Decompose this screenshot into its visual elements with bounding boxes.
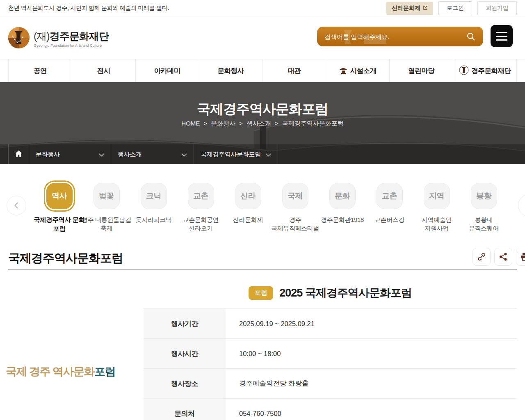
nav-item-rental[interactable]: 대관 <box>262 59 326 82</box>
table-row: 문의처 054-760-7500 <box>144 399 517 420</box>
nav-item-performance[interactable]: 공연 <box>8 59 72 82</box>
carousel-badge: 문화 <box>329 183 356 209</box>
info-label: 문의처 <box>144 399 226 420</box>
nav-item-facilities[interactable]: 시설소개 <box>326 59 389 82</box>
top-utility-bar: 천년 역사문화도시 경주, 시민과 함께 문화와 예술의 미래를 열다. 신라문… <box>0 0 525 16</box>
carousel-label: 지역예술인 지원사업 <box>410 215 463 233</box>
login-button[interactable]: 로그인 <box>438 1 472 15</box>
logo-subtitle: Gyeongju Foundation for Arts and Culture <box>34 43 109 48</box>
carousel-item-music-festival[interactable]: 국제 경주 국제뮤직페스티벌 <box>272 183 319 233</box>
signup-button[interactable]: 회원가입 <box>477 1 517 15</box>
event-heading: 포럼 2025 국제경주역사문화포럼 <box>144 285 517 300</box>
breadcrumb-separator: > <box>275 120 278 128</box>
category-badge: 포럼 <box>249 286 273 300</box>
carousel-badge: 크닉 <box>141 183 167 209</box>
breadcrumb: HOME > 문화행사 > 행사소개 > 국제경주역사문화포럼 <box>0 120 525 128</box>
breadcrumb-separator: > <box>203 120 207 128</box>
carousel-item-history-forum[interactable]: 역사 국제경주역사 문화 포럼 <box>36 183 83 233</box>
carousel-badge: 벚꽃 <box>94 183 120 209</box>
share-button[interactable] <box>494 248 512 266</box>
shilla-festival-label: 신라문화제 <box>392 5 420 12</box>
breadcrumb-home[interactable]: HOME <box>181 120 200 128</box>
table-row: 행사장소 경주예술의전당 화랑홀 <box>144 369 517 399</box>
site-slogan: 천년 역사문화도시 경주, 시민과 함께 문화와 예술의 미래를 열다. <box>8 5 386 12</box>
pavilion-icon <box>339 66 347 75</box>
carousel-badge: 교촌 <box>377 183 403 209</box>
breadcrumb-level2[interactable]: 행사소개 <box>247 120 271 128</box>
info-label: 행사기간 <box>144 309 226 338</box>
home-button[interactable] <box>8 144 29 164</box>
carousel-item-gyochon-busking[interactable]: 교촌 교촌버스킹 <box>366 183 413 233</box>
chevron-down-icon <box>99 151 104 158</box>
info-value: 10:00 ~ 18:00 <box>226 339 517 368</box>
hero-banner: 국제경주역사문화포럼 HOME > 문화행사 > 행사소개 > 국제경주역사문화… <box>0 82 525 164</box>
carousel-label: 돗자리피크닉 <box>127 215 180 224</box>
hero-title: 국제경주역사문화포럼 <box>0 100 525 119</box>
carousel-item-culture-hall-1918[interactable]: 문화 경주문화관1918 <box>319 183 366 233</box>
carousel-label: 교촌문화공연 신라오기 <box>174 215 228 233</box>
table-row: 행사기간 2025.09.19 ~ 2025.09.21 <box>144 309 517 339</box>
carousel-track: 역사 국제경주역사 문화 포럼 벚꽃 경주 대릉원돌담길 축제 크닉 돗자리피크… <box>36 183 507 233</box>
home-icon <box>15 151 22 158</box>
page-title: 국제경주역사문화포럼 <box>8 250 123 267</box>
carousel-item-local-artist-support[interactable]: 지역 지역예술인 지원사업 <box>413 183 460 233</box>
nav-item-foundation[interactable]: 경주문화재단 <box>453 59 517 82</box>
info-label: 행사시간 <box>144 339 226 368</box>
shilla-festival-button[interactable]: 신라문화제 <box>386 2 433 15</box>
subnav-dropdown-event-intro[interactable]: 행사소개 <box>111 144 194 164</box>
copy-link-button[interactable] <box>472 248 491 266</box>
breadcrumb-current: 국제경주역사문화포럼 <box>282 120 344 128</box>
table-row: 행사시간 10:00 ~ 18:00 <box>144 339 517 369</box>
carousel-badge: 교촌 <box>188 183 214 209</box>
menu-hamburger-button[interactable] <box>491 25 513 47</box>
carousel-label: 신라문화제 <box>221 215 275 224</box>
carousel-next-button[interactable] <box>518 194 525 217</box>
search-icon[interactable] <box>462 27 480 46</box>
print-button[interactable] <box>516 248 525 266</box>
carousel-label: 경주 국제뮤직페스티벌 <box>269 215 322 233</box>
main-navigation: 공연 전시 아카데미 문화행사 대관 시설소개 열린마당 <box>0 59 525 82</box>
breadcrumb-separator: > <box>239 120 243 128</box>
event-title: 2025 국제경주역사문화포럼 <box>279 285 412 300</box>
event-info-table: 행사기간 2025.09.19 ~ 2025.09.21 행사시간 10:00 … <box>144 308 517 420</box>
search-bar <box>317 27 483 46</box>
subnav-dropdown-culture-events[interactable]: 문화행사 <box>29 144 111 164</box>
foundation-logo-icon <box>8 27 30 50</box>
header: (재)경주문화재단 Gyeongju Foundation for Arts a… <box>0 16 525 59</box>
info-label: 행사장소 <box>144 369 226 398</box>
nav-item-exhibition[interactable]: 전시 <box>72 59 135 82</box>
event-carousel: 역사 국제경주역사 문화 포럼 벚꽃 경주 대릉원돌담길 축제 크닉 돗자리피크… <box>0 164 525 246</box>
nav-item-culture-events[interactable]: 문화행사 <box>199 59 262 82</box>
nav-item-open-plaza[interactable]: 열린마당 <box>389 59 453 82</box>
chevron-down-icon <box>266 151 271 158</box>
carousel-item-cherry-blossom[interactable]: 벚꽃 경주 대릉원돌담길 축제 <box>83 183 130 233</box>
carousel-item-bonghwangdae-music-square[interactable]: 봉황 봉황대 뮤직스퀘어 <box>460 183 507 233</box>
nav-item-academy[interactable]: 아카데미 <box>135 59 199 82</box>
carousel-badge: 봉황 <box>471 183 497 209</box>
chevron-down-icon <box>182 151 187 158</box>
carousel-prev-button[interactable] <box>7 196 26 215</box>
carousel-badge: 신라 <box>235 183 261 209</box>
event-detail-section: 국제경주역사문화포럼 포럼 2025 국제경주역사문화포럼 <box>0 246 525 420</box>
carousel-item-shilla-festival[interactable]: 신라 신라문화제 <box>224 183 272 233</box>
forum-logo-image: 국제 경주 역사문화포럼 <box>6 364 115 379</box>
info-value: 2025.09.19 ~ 2025.09.21 <box>226 309 517 338</box>
carousel-label: 경주 대릉원돌담길 축제 <box>80 215 133 233</box>
carousel-item-gyochon-performance[interactable]: 교촌 교촌문화공연 신라오기 <box>177 183 224 233</box>
external-link-icon <box>423 5 428 11</box>
foundation-mini-logo-icon <box>459 65 469 77</box>
subnav-dropdown-current-page[interactable]: 국제경주역사문화포럼 <box>194 144 278 164</box>
logo-text: (재)경주문화재단 <box>34 30 109 42</box>
breadcrumb-level1[interactable]: 문화행사 <box>211 120 235 128</box>
carousel-item-picnic[interactable]: 크닉 돗자리피크닉 <box>130 183 177 233</box>
site-logo[interactable]: (재)경주문화재단 Gyeongju Foundation for Arts a… <box>8 27 109 50</box>
carousel-badge: 역사 <box>46 183 73 209</box>
search-input[interactable] <box>317 27 457 46</box>
carousel-badge: 지역 <box>424 183 450 209</box>
carousel-label: 경주문화관1918 <box>316 215 369 224</box>
info-value: 054-760-7500 <box>226 399 517 420</box>
info-value: 경주예술의전당 화랑홀 <box>226 369 517 398</box>
carousel-label: 봉황대 뮤직스퀘어 <box>465 215 503 233</box>
title-divider <box>8 269 517 270</box>
carousel-label: 교촌버스킹 <box>363 215 416 224</box>
